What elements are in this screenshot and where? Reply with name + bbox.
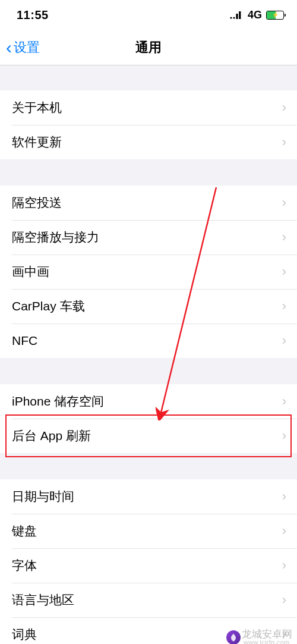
chevron-right-icon: › <box>282 134 297 150</box>
row-about[interactable]: 关于本机 › <box>0 90 297 125</box>
settings-group-about: 关于本机 › 软件更新 › <box>0 90 297 159</box>
settings-group-input: 日期与时间 › 键盘 › 字体 › 语言与地区 › 词典 › <box>0 479 297 644</box>
chevron-left-icon: ‹ <box>6 39 12 56</box>
row-label: iPhone 储存空间 <box>12 393 104 410</box>
watermark-name: 龙城安卓网 <box>242 629 292 640</box>
chevron-right-icon: › <box>282 100 297 115</box>
row-label: NFC <box>12 334 37 348</box>
row-label: 键盘 <box>12 523 37 539</box>
nav-bar: ‹ 设置 通用 <box>0 30 297 65</box>
battery-icon: ⚡ <box>266 11 284 20</box>
row-airdrop[interactable]: 隔空投送 › <box>0 186 297 220</box>
row-airplay-handoff[interactable]: 隔空播放与接力 › <box>0 220 297 255</box>
status-indicators: 4G ⚡ <box>230 9 284 21</box>
row-nfc[interactable]: NFC › <box>0 323 297 358</box>
settings-group-storage: iPhone 储存空间 › 后台 App 刷新 › <box>0 384 297 453</box>
row-label: 日期与时间 <box>12 488 74 505</box>
status-time: 11:55 <box>17 8 49 22</box>
row-label: CarPlay 车载 <box>12 298 85 315</box>
row-pip[interactable]: 画中画 › <box>0 255 297 289</box>
row-label: 语言与地区 <box>12 592 74 608</box>
chevron-right-icon: › <box>282 195 297 211</box>
chevron-right-icon: › <box>282 489 297 504</box>
row-label: 词典 <box>12 626 37 643</box>
row-label: 软件更新 <box>12 134 62 150</box>
row-fonts[interactable]: 字体 › <box>0 548 297 583</box>
row-carplay[interactable]: CarPlay 车载 › <box>0 289 297 323</box>
network-label: 4G <box>248 9 262 21</box>
row-date-time[interactable]: 日期与时间 › <box>0 479 297 514</box>
svg-point-1 <box>233 17 235 18</box>
watermark-url: www.lcjrfg.com <box>244 639 290 644</box>
svg-rect-2 <box>236 14 238 19</box>
back-label: 设置 <box>14 39 40 56</box>
watermark: 龙城安卓网 www.lcjrfg.com <box>226 629 292 644</box>
chevron-right-icon: › <box>282 264 297 279</box>
chevron-right-icon: › <box>282 394 297 409</box>
page-title: 通用 <box>135 39 162 56</box>
row-keyboard[interactable]: 键盘 › <box>0 514 297 548</box>
row-software-update[interactable]: 软件更新 › <box>0 125 297 159</box>
chevron-right-icon: › <box>282 592 297 608</box>
svg-rect-3 <box>239 11 241 19</box>
chevron-right-icon: › <box>282 299 297 314</box>
chevron-right-icon: › <box>282 333 297 348</box>
chevron-right-icon: › <box>282 230 297 245</box>
svg-point-0 <box>230 17 232 18</box>
status-bar: 11:55 4G ⚡ <box>0 0 297 30</box>
row-label: 后台 App 刷新 <box>12 428 91 444</box>
chevron-right-icon: › <box>282 428 297 444</box>
row-background-app-refresh[interactable]: 后台 App 刷新 › <box>0 419 297 453</box>
row-label: 字体 <box>12 557 37 574</box>
settings-group-sharing: 隔空投送 › 隔空播放与接力 › 画中画 › CarPlay 车载 › NFC … <box>0 186 297 358</box>
watermark-logo-icon <box>226 630 241 644</box>
row-label: 隔空播放与接力 <box>12 229 99 246</box>
row-iphone-storage[interactable]: iPhone 储存空间 › <box>0 384 297 419</box>
row-language-region[interactable]: 语言与地区 › <box>0 583 297 617</box>
back-button[interactable]: ‹ 设置 <box>0 39 40 56</box>
row-label: 隔空投送 <box>12 194 62 211</box>
signal-icon <box>230 11 243 19</box>
chevron-right-icon: › <box>282 558 297 573</box>
row-label: 画中画 <box>12 263 49 280</box>
row-label: 关于本机 <box>12 99 62 116</box>
chevron-right-icon: › <box>282 523 297 539</box>
